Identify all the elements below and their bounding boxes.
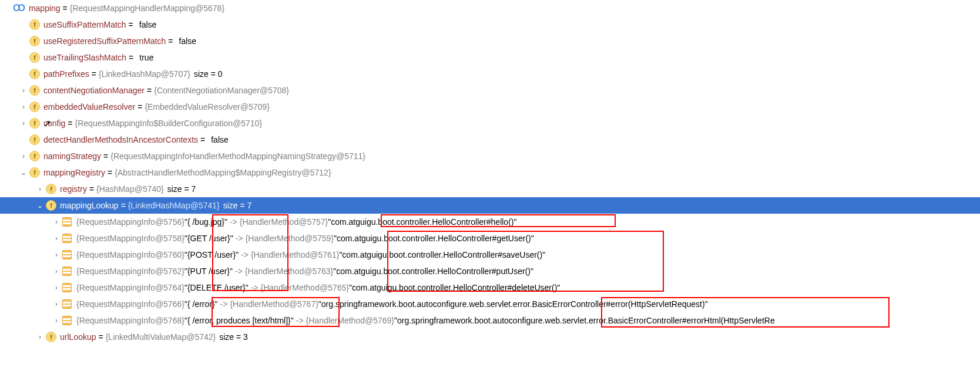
expand-toggle[interactable]: › <box>19 103 28 111</box>
tree-row[interactable]: ›{RequestMappingInfo@5762} "{PUT /user}"… <box>0 263 980 279</box>
expand-toggle[interactable]: › <box>52 316 61 325</box>
map-key: "{DELETE /user}" <box>184 283 249 292</box>
expand-toggle[interactable]: › <box>35 185 45 193</box>
tree-row[interactable]: ›furlLookup = {LinkedMultiValueMap@5742}… <box>0 329 980 345</box>
tree-row[interactable]: ›fregistry = {HashMap@5740} size = 7 <box>0 181 980 197</box>
field-literal: false <box>179 36 197 46</box>
tree-row[interactable]: ›{RequestMappingInfo@5758} "{GET /user}"… <box>0 230 980 247</box>
field-value: {RequestMappingInfo@5760} <box>76 250 184 259</box>
tree-row[interactable]: fuseSuffixPatternMatch = false <box>0 16 980 33</box>
tree-row[interactable]: ›fconfig = {RequestMappingInfo$BuilderCo… <box>0 115 980 131</box>
equals: = <box>108 168 112 177</box>
expand-toggle[interactable]: ⌄ <box>19 168 28 177</box>
expand-toggle[interactable]: › <box>52 300 61 308</box>
arrow-icon: -> <box>220 299 228 309</box>
map-value: "org.springframework.boot.autoconfigure.… <box>394 316 775 325</box>
field-value: {LinkedHashMap@5707} <box>99 69 190 79</box>
size-label: size = 7 <box>167 184 196 194</box>
arrow-icon: -> <box>230 217 237 227</box>
field-icon: f <box>29 19 40 30</box>
map-entry-icon <box>62 217 72 227</box>
tree-row[interactable]: fuseRegisteredSuffixPatternMatch = false <box>0 33 980 49</box>
tree-row[interactable]: fdetectHandlerMethodsInAncestorContexts … <box>0 131 980 148</box>
field-literal: false <box>139 20 157 29</box>
field-name: contentNegotiationManager <box>43 86 145 95</box>
field-value: {RequestMappingInfoHandlerMethodMappingN… <box>110 151 365 161</box>
field-value: {RequestMappingInfo@5764} <box>76 283 184 292</box>
map-key: "{PUT /user}" <box>184 267 233 276</box>
equals: = <box>137 102 142 112</box>
field-icon: f <box>29 69 40 79</box>
field-name: registry <box>60 184 87 194</box>
tree-row[interactable]: ›{RequestMappingInfo@5768} "{ /error, pr… <box>0 312 980 329</box>
field-name: detectHandlerMethodsInAncestorContexts <box>43 135 198 144</box>
field-name: mappingLookup <box>60 201 119 210</box>
map-key: "{POST /user}" <box>184 250 239 259</box>
expand-toggle[interactable]: ⌄ <box>35 201 45 210</box>
field-value: {RequestMappingInfo@5766} <box>76 299 184 309</box>
equals: = <box>121 201 126 210</box>
field-icon: f <box>29 151 40 161</box>
tree-row[interactable]: fpathPrefixes = {LinkedHashMap@5707} siz… <box>0 66 980 82</box>
map-value: "com.atguigu.boot.controller.HelloContro… <box>334 234 534 243</box>
equals: = <box>147 86 152 95</box>
equals: = <box>63 4 68 13</box>
map-value: "com.atguigu.boot.controller.HelloContro… <box>333 267 533 276</box>
tree-row[interactable]: ›fembeddedValueResolver = {EmbeddedValue… <box>0 99 980 115</box>
equals: = <box>89 184 94 194</box>
map-value-ref: {HandlerMethod@5765} <box>261 283 349 292</box>
tree-row[interactable]: ⌄fmappingRegistry = {AbstractHandlerMeth… <box>0 164 980 181</box>
map-entry-icon <box>62 299 72 309</box>
field-name: pathPrefixes <box>43 69 89 79</box>
equals: = <box>68 119 72 128</box>
field-value: {LinkedMultiValueMap@5742} <box>106 332 216 342</box>
map-value-ref: {HandlerMethod@5767} <box>230 299 318 309</box>
map-entry-icon <box>62 250 72 259</box>
size-label: size = 7 <box>223 201 252 210</box>
size-label: size = 3 <box>219 332 248 342</box>
tree-row[interactable]: ›fcontentNegotiationManager = {ContentNe… <box>0 82 980 99</box>
map-entry-icon <box>62 283 72 292</box>
expand-toggle[interactable]: › <box>19 86 28 95</box>
field-name: mappingRegistry <box>43 168 105 177</box>
equals: = <box>129 53 133 62</box>
field-icon: f <box>29 118 40 129</box>
field-value: {RequestMappingHandlerMapping@5678} <box>70 4 224 13</box>
field-name: useSuffixPatternMatch <box>43 20 126 29</box>
field-value: {RequestMappingInfo@5768} <box>76 316 184 325</box>
expand-toggle[interactable]: › <box>52 251 61 259</box>
map-value: "com.atguigu.boot.controller.HelloContro… <box>328 217 516 227</box>
tree-row[interactable]: OOmapping = {RequestMappingHandlerMappin… <box>0 0 980 16</box>
field-icon: f <box>46 332 56 342</box>
expand-toggle[interactable]: › <box>35 333 45 341</box>
equals: = <box>129 20 133 29</box>
map-value: "com.atguigu.boot.controller.HelloContro… <box>349 283 560 292</box>
tree-row[interactable]: ›fnamingStrategy = {RequestMappingInfoHa… <box>0 148 980 164</box>
field-name: urlLookup <box>60 332 96 342</box>
equals: = <box>200 135 205 144</box>
tree-row[interactable]: ›{RequestMappingInfo@5764} "{DELETE /use… <box>0 279 980 296</box>
map-value: "com.atguigu.boot.controller.HelloContro… <box>339 250 545 259</box>
tree-row[interactable]: fuseTrailingSlashMatch = true <box>0 49 980 66</box>
tree-row[interactable]: ›{RequestMappingInfo@5756} "{ /bug.jpg}"… <box>0 214 980 230</box>
field-literal: false <box>211 135 229 144</box>
expand-toggle[interactable]: › <box>52 218 61 226</box>
expand-toggle[interactable]: › <box>19 152 28 160</box>
tree-row[interactable]: ›{RequestMappingInfo@5766} "{ /error}" -… <box>0 296 980 312</box>
size-label: size = 0 <box>194 69 223 79</box>
expand-toggle[interactable]: › <box>52 234 61 242</box>
expand-toggle[interactable]: › <box>19 119 28 127</box>
field-name: embeddedValueResolver <box>43 102 135 112</box>
map-value: "org.springframework.boot.autoconfigure.… <box>318 299 708 309</box>
field-value: {ContentNegotiationManager@5708} <box>154 86 289 95</box>
map-value-ref: {HandlerMethod@5769} <box>306 316 394 325</box>
expand-toggle[interactable]: › <box>52 284 61 292</box>
expand-toggle[interactable]: › <box>52 267 61 275</box>
equals: = <box>103 151 108 161</box>
field-value: {AbstractHandlerMethodMapping$MappingReg… <box>115 168 331 177</box>
field-literal: true <box>139 53 153 62</box>
field-value: {RequestMappingInfo@5756} <box>76 217 184 227</box>
tree-row[interactable]: ⌄fmappingLookup = {LinkedHashMap@5741} s… <box>0 197 980 214</box>
tree-row[interactable]: ›{RequestMappingInfo@5760} "{POST /user}… <box>0 247 980 263</box>
field-icon: f <box>46 200 56 211</box>
